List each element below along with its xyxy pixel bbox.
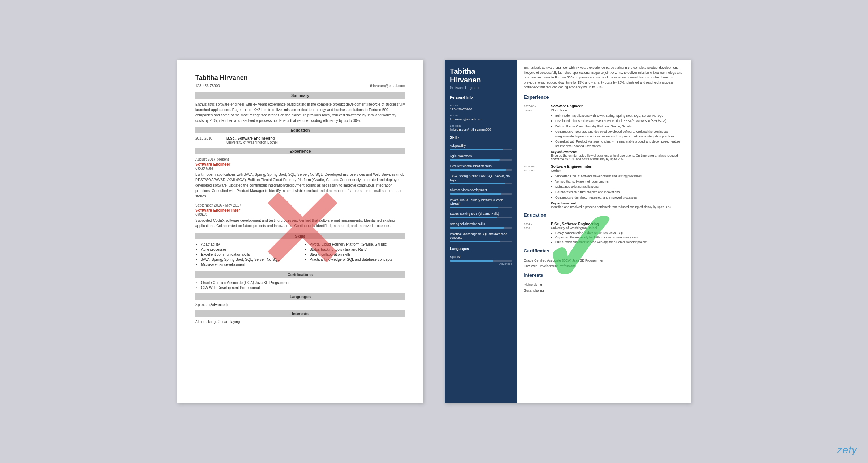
left-contact: 123-456-78900 thirvanen@email.com (195, 84, 405, 88)
exp1-key-achievement: Ensured the uninterrupted flow of busine… (551, 154, 684, 161)
exp2-to: 2017-05 (524, 169, 547, 173)
left-phone: 123-456-78900 (195, 84, 220, 88)
cert-item-1: Oracle Certified Associate (OCA) Java SE… (524, 258, 684, 263)
skills-header: Skills (195, 233, 405, 239)
skills-col2: Pivotal Cloud Foundry Platform (Gradle, … (304, 242, 405, 268)
exp2-key-achievement-label: Key achievement: (551, 201, 672, 205)
cert-item: Oracle Certified Associate (OCA) Java SE… (201, 281, 405, 285)
edu-school-right: University of Washington Bothell (551, 226, 647, 230)
edu-info: B.Sc., Software Engineering University o… (226, 136, 278, 144)
exp1-to: present (524, 108, 547, 112)
sidebar: Tabitha Hirvanen Software Engineer Perso… (445, 60, 517, 403)
exp1-bullets: Built modern applications with JAVA, Spr… (551, 114, 684, 149)
cert-item: CIW Web Development Professional (201, 286, 405, 290)
certs-right: Oracle Certified Associate (OCA) Java SE… (524, 258, 684, 269)
lang-level: Advanced (450, 262, 512, 266)
zety-watermark: zety (837, 444, 857, 456)
exp2-right-company: CodEX (551, 169, 672, 173)
skill-status-tracking: Status tracking tools (Jira and Rally) (450, 212, 512, 218)
skill-item: Excellent communication skills (201, 252, 297, 256)
sidebar-name: Tabitha Hirvanen (450, 67, 512, 84)
summary-text: Enthusiastic software engineer with 4+ y… (195, 102, 405, 123)
email-value: thirvanen@email.com (450, 118, 512, 121)
skill-microservices: Microservices development (450, 188, 512, 195)
experience-main-header: Experience (524, 94, 684, 101)
exp1: August 2017-present Software Engineer Cl… (195, 157, 405, 199)
skill-pivotal: Pivotal Cloud Foundry Platform (Gradle, … (450, 198, 512, 208)
interest-2: Guitar playing (524, 288, 684, 293)
interests-main-header: Interests (524, 272, 684, 279)
linkedin-label: LinkedIn (450, 124, 512, 127)
certs-header: Certifications (195, 271, 405, 278)
sidebar-title: Software Engineer (450, 86, 512, 90)
summary-header: Summary (195, 92, 405, 99)
exp2: September 2016 - May 2017 Software Engin… (195, 203, 405, 229)
experience-header: Experience (195, 148, 405, 154)
exp2-right-title: Software Engineer Intern (551, 165, 672, 169)
education-header: Education (195, 127, 405, 133)
certs-list: Oracle Certified Associate (OCA) Java SE… (195, 281, 405, 290)
cert-item-2: CIW Web Development Professional (524, 263, 684, 269)
personal-info-header: Personal Info (450, 95, 512, 101)
skill-item: Adaptability (201, 242, 297, 246)
lang-spanish: Spanish Advanced (450, 255, 512, 266)
exp2-dates: September 2016 - May 2017 (195, 203, 405, 207)
exp2-bullets: Supported CodEX software development and… (551, 174, 672, 200)
exp2-company: CodEX (195, 212, 405, 216)
exp2-from: 2016-09 - (524, 165, 547, 169)
exp2-desc: Supported CodEX software development and… (195, 218, 405, 229)
exp1-from: 2017-08 - (524, 104, 547, 108)
left-name: Tabitha Hirvanen (195, 74, 405, 82)
edu-degree: B.Sc., Software Engineering (226, 136, 278, 140)
interests-text: Alpine skiing, Guitar playing (195, 320, 405, 324)
skill-item: JAVA, Spring, Spring Boot, SQL, Server, … (201, 258, 297, 262)
interest-1: Alpine skiing (524, 282, 684, 288)
edu-dates: 2013 2016 (195, 136, 221, 144)
edu-school: University of Washington Bothell (226, 140, 278, 144)
skill-item: Pivotal Cloud Foundry Platform (Gradle, … (310, 242, 405, 246)
skills-section-header: Skills (450, 136, 512, 141)
exp1-right-title: Software Engineer (551, 104, 684, 108)
skills-grid: Adaptability Agile processes Excellent c… (195, 242, 405, 268)
edu-bullets: Heavy concentration in data structures, … (551, 231, 647, 245)
skill-item: Strong collaboration skills (310, 252, 405, 256)
phone-label: Phone (450, 104, 512, 107)
left-email: thirvanen@email.com (370, 84, 405, 88)
certs-main-header: Certificates (524, 248, 684, 255)
languages-text: Spanish (Advanced) (195, 303, 405, 307)
exp1-dates: August 2017-present (195, 157, 405, 161)
skill-item: Practical knowledge of SQL and database … (310, 258, 405, 262)
skill-java: JAVA, Spring, Spring Boot, SQL, Server, … (450, 174, 512, 184)
education-main-header: Education (524, 212, 684, 219)
interests-header: Interests (195, 310, 405, 317)
exp-right-1: 2017-08 - present Software Engineer Clou… (524, 104, 684, 161)
exp1-company: Cloud Nine (195, 166, 405, 170)
skill-sql: Practical knowledge of SQL and database … (450, 232, 512, 242)
linkedin-value: linkedin.com/in/thirvanen600 (450, 128, 512, 131)
skill-item: Microservices development (201, 263, 297, 267)
exp1-right-company: Cloud Nine (551, 109, 684, 112)
email-label: E-mail (450, 114, 512, 117)
exp1-desc: Built modern applications with JAVA, Spr… (195, 172, 405, 199)
interests-right: Alpine skiing Guitar playing (524, 282, 684, 293)
edu-degree-right: B.Sc., Software Engineering (551, 222, 647, 226)
resume-left: Tabitha Hirvanen 123-456-78900 thirvanen… (177, 60, 423, 403)
edu1-from: 2014 - (524, 222, 547, 226)
skills-col1: Adaptability Agile processes Excellent c… (195, 242, 297, 268)
exp1-title: Software Engineer (195, 162, 405, 166)
skill-agile: Agile processes (450, 154, 512, 161)
skill-item: Status tracking tools (Jira and Rally) (310, 247, 405, 251)
main-summary: Enthusiastic software engineer with 4+ y… (524, 65, 684, 90)
exp1-key-achievement-label: Key achievement: (551, 150, 684, 154)
edu-right-1: 2014 - 2016 B.Sc., Software Engineering … (524, 222, 684, 245)
skill-item: Agile processes (201, 247, 297, 251)
languages-header: Languages (195, 293, 405, 300)
exp-right-2: 2016-09 - 2017-05 Software Engineer Inte… (524, 165, 684, 209)
skill-adaptability: Adaptability (450, 144, 512, 150)
phone-value: 123-456-78900 (450, 107, 512, 111)
languages-section-header: Languages (450, 247, 512, 252)
main-content: Enthusiastic software engineer with 4+ y… (517, 60, 691, 403)
exp2-key-achievement: Identified and resolved a process bottle… (551, 205, 672, 209)
edu-row: 2013 2016 B.Sc., Software Engineering Un… (195, 136, 405, 144)
edu1-to: 2016 (524, 226, 547, 230)
